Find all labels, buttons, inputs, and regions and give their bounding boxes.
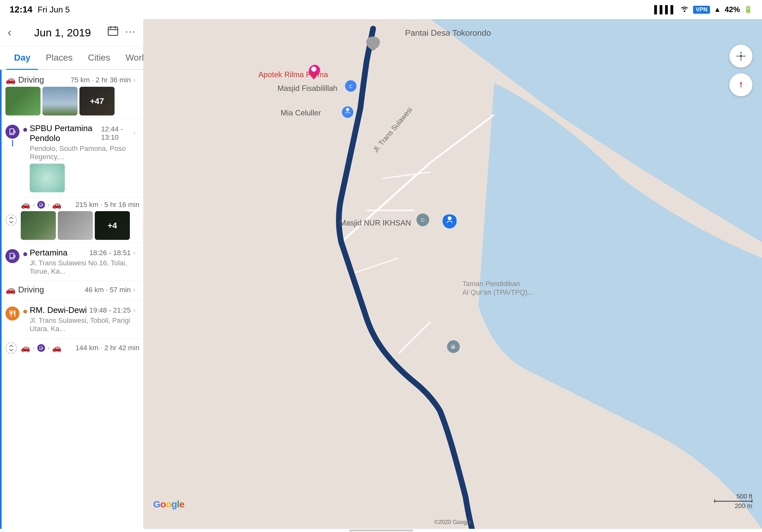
photo-thumb[interactable]: +4 bbox=[95, 211, 130, 240]
place-name-dewi: RM. Dewi-Dewi bbox=[30, 305, 87, 315]
list-item: 🚗 Driving 75 km · 2 hr 36 min › bbox=[2, 70, 143, 118]
car-icon: 🚗 bbox=[5, 75, 16, 85]
left-panel: ‹ Jun 1, 2019 ··· Day Places Cities Worl… bbox=[0, 19, 144, 529]
home-indicator bbox=[0, 529, 762, 532]
copyright-text: ©2020 Google bbox=[434, 519, 471, 526]
status-time: 12:14 bbox=[10, 4, 33, 15]
car-icon-5: 🚗 bbox=[52, 344, 62, 353]
back-button[interactable]: ‹ bbox=[8, 26, 12, 39]
header-title: Jun 1, 2019 bbox=[18, 27, 107, 39]
driving-meta: 75 km · 2 hr 36 min bbox=[70, 76, 130, 84]
place-name: SPBU Pertamina Pendolo bbox=[30, 123, 101, 143]
signal-icon: ▌▌▌▌ bbox=[654, 5, 676, 14]
svg-text:Mia Celuller: Mia Celuller bbox=[281, 108, 321, 117]
driving-label: Driving bbox=[18, 75, 44, 85]
tab-world[interactable]: World bbox=[118, 46, 144, 69]
arrow-icon: › bbox=[33, 202, 35, 208]
place-address: Pendolo, South Pamona, Poso Regency,... bbox=[30, 145, 136, 161]
svg-text:🏛: 🏛 bbox=[451, 344, 456, 350]
expand-button[interactable] bbox=[5, 214, 17, 226]
svg-rect-1 bbox=[108, 27, 118, 35]
home-bar bbox=[349, 529, 413, 531]
svg-text:Taman Pendidikan: Taman Pendidikan bbox=[462, 280, 520, 288]
drive-meta: 215 km · 5 hr 16 min bbox=[75, 201, 139, 209]
svg-text:Pantai Desa Tokorondo: Pantai Desa Tokorondo bbox=[405, 28, 491, 37]
tab-day[interactable]: Day bbox=[6, 46, 38, 69]
list-item: SPBU Pertamina Pendolo 12:44 - 13:10 › P… bbox=[2, 118, 143, 197]
svg-point-0 bbox=[684, 11, 685, 12]
battery-text: 42% bbox=[725, 5, 740, 14]
driving-label-2: Driving bbox=[18, 285, 44, 295]
calendar-icon[interactable] bbox=[107, 26, 119, 39]
svg-text:Al Qur'an (TPA/TPQ)...: Al Qur'an (TPA/TPQ)... bbox=[462, 288, 533, 296]
map-scale: 500 ft 200 m bbox=[714, 493, 752, 510]
place-address-pertamina: Jl. Trans Sulawesi No.16, Tolai, Torue, … bbox=[30, 259, 136, 276]
place-time: 12:44 - 13:10 bbox=[101, 125, 131, 142]
map-area[interactable]: Jl. Trans Sulawesi C C bbox=[144, 19, 762, 529]
status-date: Fri Jun 5 bbox=[38, 5, 70, 15]
tab-places[interactable]: Places bbox=[38, 46, 80, 69]
svg-point-31 bbox=[740, 55, 742, 57]
timeline-scroll[interactable]: 🚗 Driving 75 km · 2 hr 36 min › bbox=[2, 70, 143, 529]
place-name-pertamina: Pertamina bbox=[30, 248, 68, 258]
google-logo: Google bbox=[153, 499, 184, 510]
chevron-right-icon[interactable]: › bbox=[133, 129, 136, 137]
map-svg: Jl. Trans Sulawesi C C bbox=[144, 19, 762, 529]
svg-point-14 bbox=[448, 216, 451, 220]
compass-button[interactable] bbox=[729, 73, 752, 96]
chevron-right-icon[interactable]: › bbox=[133, 286, 136, 294]
drive-meta-3: 144 km · 2 hr 42 min bbox=[75, 344, 139, 352]
fuel-badge bbox=[37, 201, 45, 209]
location-button[interactable] bbox=[729, 45, 752, 68]
list-item: Pertamina 18:26 - 18:51 › Jl. Trans Sula… bbox=[2, 243, 143, 281]
svg-text:Masjid NUR IKHSAN: Masjid NUR IKHSAN bbox=[340, 219, 411, 227]
place-time-dewi: 19:48 - 21:25 bbox=[89, 306, 131, 314]
svg-point-19 bbox=[346, 108, 349, 111]
location-icon: ▲ bbox=[714, 5, 721, 14]
car-icon-4: 🚗 bbox=[21, 344, 30, 353]
photo-thumb[interactable] bbox=[21, 211, 56, 240]
restaurant-icon bbox=[5, 306, 20, 320]
scale-imperial: 500 ft bbox=[736, 493, 752, 500]
svg-marker-37 bbox=[740, 85, 742, 89]
photo-thumb[interactable] bbox=[30, 164, 65, 192]
main-layout: ‹ Jun 1, 2019 ··· Day Places Cities Worl… bbox=[0, 19, 762, 529]
photo-thumb[interactable] bbox=[5, 87, 40, 115]
svg-text:C: C bbox=[421, 217, 425, 223]
fuel-icon bbox=[5, 125, 20, 139]
car-icon: 🚗 bbox=[21, 200, 30, 209]
wifi-icon bbox=[680, 5, 689, 14]
expand-section: 🚗 › › 🚗 215 km · 5 hr 16 min bbox=[2, 198, 143, 242]
more-menu-icon[interactable]: ··· bbox=[125, 26, 136, 39]
photo-thumb[interactable] bbox=[42, 87, 78, 115]
timeline-header: ‹ Jun 1, 2019 ··· bbox=[0, 19, 143, 46]
arrow-icon-3: › bbox=[47, 345, 49, 352]
fuel-icon-2 bbox=[5, 249, 20, 263]
photo-thumb[interactable]: +47 bbox=[79, 87, 114, 115]
expand-section-2: 🚗 › › 🚗 144 km · 2 hr 42 min bbox=[2, 338, 143, 358]
svg-text:Masjid Fisabilillah: Masjid Fisabilillah bbox=[277, 84, 338, 93]
battery-icon: 🔋 bbox=[744, 5, 752, 14]
svg-text:C: C bbox=[349, 84, 352, 89]
scale-metric: 200 m bbox=[734, 502, 752, 510]
list-item: 🚗 Driving 46 km · 57 min › bbox=[2, 281, 143, 300]
car-icon-3: 🚗 bbox=[5, 285, 16, 295]
chevron-right-icon[interactable]: › bbox=[133, 306, 136, 314]
photo-thumb[interactable] bbox=[58, 211, 93, 240]
status-icons: ▌▌▌▌ VPN ▲ 42% 🔋 bbox=[654, 5, 752, 14]
svg-marker-36 bbox=[740, 81, 742, 85]
photo-count: +47 bbox=[79, 87, 114, 115]
drive-meta-2: 46 km · 57 min bbox=[85, 286, 130, 294]
chevron-right-icon[interactable]: › bbox=[133, 249, 136, 257]
timeline-tabs: Day Places Cities World bbox=[0, 46, 143, 70]
list-item: RM. Dewi-Dewi 19:48 - 21:25 › Jl. Trans … bbox=[2, 300, 143, 338]
car-icon-2: 🚗 bbox=[52, 200, 62, 209]
expand-button-2[interactable] bbox=[5, 342, 17, 354]
tab-cities[interactable]: Cities bbox=[80, 46, 118, 69]
photo-strip: +47 bbox=[5, 87, 136, 115]
chevron-right-icon[interactable]: › bbox=[133, 76, 136, 84]
arrow-icon: › bbox=[47, 202, 49, 208]
arrow-icon-2: › bbox=[33, 345, 35, 352]
place-time-pertamina: 18:26 - 18:51 bbox=[89, 249, 131, 257]
place-address-dewi: Jl. Trans Sulawesi, Toboli, Parigi Utara… bbox=[30, 316, 136, 333]
